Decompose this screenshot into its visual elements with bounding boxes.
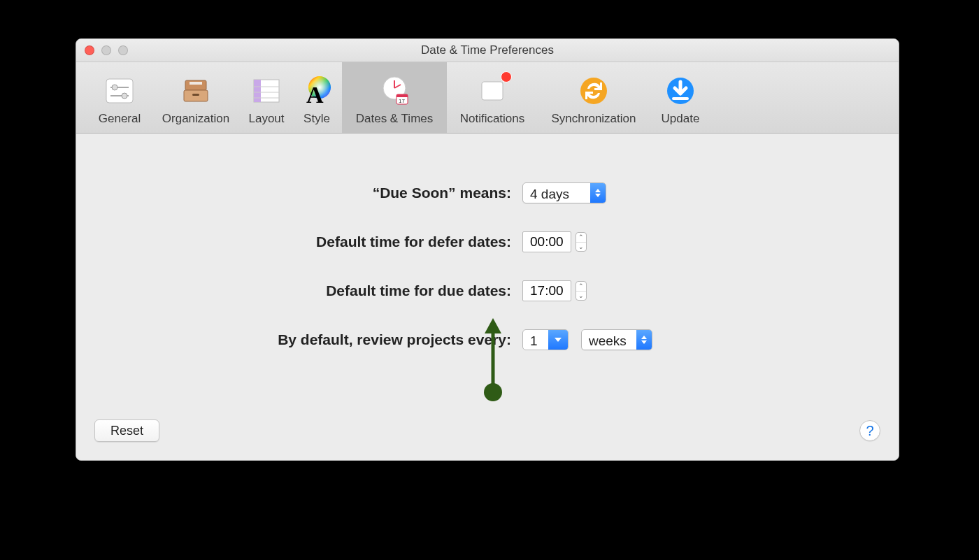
close-button[interactable] — [85, 45, 94, 55]
svg-text:A: A — [306, 82, 324, 107]
svg-point-3 — [112, 85, 117, 90]
due-time-stepper[interactable]: ⌃ ⌄ — [576, 281, 587, 301]
style-icon: A — [300, 74, 334, 108]
stepper-down-icon[interactable]: ⌄ — [576, 292, 586, 301]
row-defer-time: Default time for defer dates: 00:00 ⌃ ⌄ — [76, 231, 899, 252]
tab-general[interactable]: General — [89, 62, 150, 133]
tab-layout[interactable]: Layout — [241, 62, 292, 133]
titlebar: Date & Time Preferences — [76, 39, 899, 62]
stepper-arrows-icon — [590, 183, 606, 203]
notification-badge — [501, 71, 512, 82]
help-button[interactable]: ? — [859, 420, 880, 441]
chevron-down-icon — [548, 330, 568, 350]
tab-label: Layout — [248, 112, 284, 126]
svg-rect-10 — [254, 80, 261, 102]
zoom-button[interactable] — [118, 45, 128, 55]
stepper-up-icon[interactable]: ⌃ — [576, 233, 586, 243]
sync-icon — [577, 74, 610, 108]
window-title: Date & Time Preferences — [76, 43, 899, 57]
tab-organization[interactable]: Organization — [150, 62, 241, 133]
traffic-lights — [76, 45, 128, 55]
tab-label: Notifications — [460, 112, 525, 126]
defer-time-label: Default time for defer dates: — [76, 234, 511, 250]
sliders-icon — [103, 74, 136, 108]
defer-time-input[interactable]: 00:00 — [522, 231, 571, 252]
due-soon-value: 4 days — [523, 183, 590, 203]
tab-dates-times[interactable]: 17 Dates & Times — [342, 62, 447, 133]
row-due-time: Default time for due dates: 17:00 ⌃ ⌄ — [76, 280, 899, 301]
defer-time-stepper[interactable]: ⌃ ⌄ — [576, 232, 587, 252]
clock-calendar-icon: 17 — [378, 74, 411, 108]
download-icon — [664, 74, 697, 108]
tab-label: Synchronization — [552, 112, 636, 126]
toolbar: General Organization — [76, 62, 899, 134]
due-soon-select[interactable]: 4 days — [522, 182, 606, 203]
review-unit-select[interactable]: weeks — [581, 329, 652, 350]
svg-text:17: 17 — [399, 98, 405, 104]
svg-point-4 — [122, 93, 127, 99]
tab-update[interactable]: Update — [650, 62, 711, 133]
due-soon-label: “Due Soon” means: — [76, 185, 511, 201]
row-review: By default, review projects every: 1 wee… — [76, 329, 899, 350]
review-count-combo[interactable]: 1 — [522, 329, 569, 350]
preferences-window: Date & Time Preferences General — [76, 38, 899, 461]
tab-synchronization[interactable]: Synchronization — [538, 62, 650, 133]
reset-button[interactable]: Reset — [94, 419, 159, 442]
tab-notifications[interactable]: Notifications — [447, 62, 538, 133]
footer: Reset ? — [76, 411, 899, 460]
tab-label: Style — [303, 112, 330, 126]
review-count-value: 1 — [523, 330, 548, 350]
due-time-label: Default time for due dates: — [76, 282, 511, 299]
svg-point-24 — [580, 78, 607, 104]
review-label: By default, review projects every: — [76, 331, 511, 348]
svg-rect-0 — [106, 79, 133, 103]
stepper-down-icon[interactable]: ⌄ — [576, 243, 586, 252]
row-due-soon: “Due Soon” means: 4 days — [76, 182, 899, 203]
stepper-up-icon[interactable]: ⌃ — [576, 282, 586, 292]
stepper-arrows-icon — [636, 330, 652, 350]
tab-label: Update — [662, 112, 700, 126]
tab-label: General — [99, 112, 141, 126]
due-time-input[interactable]: 17:00 — [522, 280, 571, 301]
tab-label: Organization — [162, 112, 229, 126]
notifications-icon — [476, 74, 509, 108]
layout-icon — [250, 74, 283, 108]
content-pane: “Due Soon” means: 4 days Default time fo… — [76, 134, 899, 460]
minimize-button[interactable] — [101, 45, 111, 55]
review-unit-value: weeks — [582, 330, 636, 350]
svg-rect-21 — [396, 94, 408, 97]
svg-rect-8 — [192, 94, 199, 96]
defer-time-field: 00:00 ⌃ ⌄ — [522, 231, 587, 252]
svg-rect-23 — [482, 82, 503, 100]
tab-label: Dates & Times — [356, 112, 434, 126]
drawer-icon — [179, 74, 213, 108]
due-time-field: 17:00 ⌃ ⌄ — [522, 280, 587, 301]
tab-style[interactable]: A Style — [292, 62, 342, 133]
svg-rect-7 — [190, 82, 202, 85]
